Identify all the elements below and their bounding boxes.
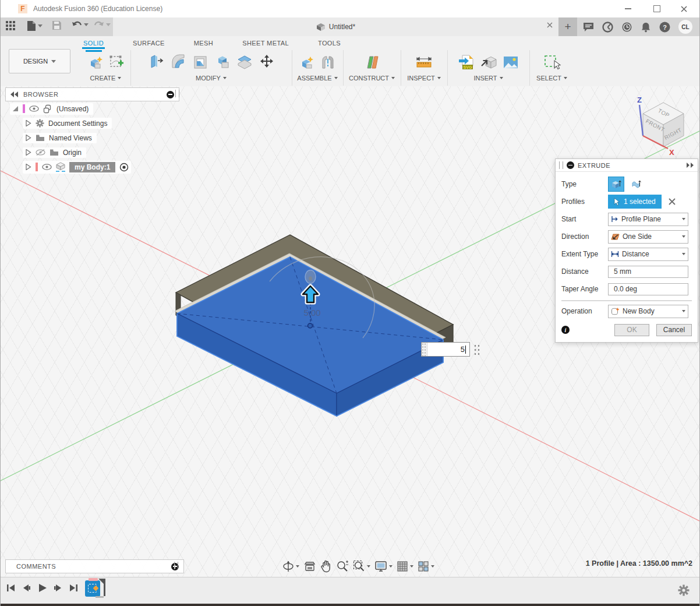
tab-solid[interactable]: SOLID <box>82 37 105 49</box>
expand-collapse-icon[interactable] <box>12 105 19 112</box>
extensions-icon[interactable] <box>602 22 613 33</box>
design-workspace-selector[interactable]: DESIGN <box>9 49 70 73</box>
visibility-eye-icon[interactable] <box>42 164 52 170</box>
group-insert-label[interactable]: INSERT <box>473 75 497 82</box>
step-forward-icon[interactable] <box>54 584 62 592</box>
tree-item-document-settings[interactable]: Document Settings <box>23 117 131 129</box>
display-settings-button[interactable] <box>374 561 393 573</box>
document-tab[interactable]: Untitled* <box>113 17 558 36</box>
extrude-type-thin-button[interactable] <box>628 177 644 192</box>
group-modify-label[interactable]: MODIFY <box>196 75 221 82</box>
info-icon[interactable]: i <box>561 326 570 334</box>
browser-collapse-circle-icon[interactable] <box>167 91 174 98</box>
value-scrubber[interactable] <box>422 343 427 356</box>
play-icon[interactable] <box>38 583 47 593</box>
grid-caret[interactable] <box>410 565 413 568</box>
dock-arrows-icon[interactable] <box>687 163 694 168</box>
grid-snap-button[interactable] <box>397 561 413 573</box>
move-copy-icon[interactable] <box>258 54 275 71</box>
collapse-browser-icon[interactable] <box>10 91 19 97</box>
new-component-icon[interactable] <box>87 54 104 71</box>
timeline-settings-gear-icon[interactable] <box>677 584 690 597</box>
redo-button[interactable] <box>94 20 111 29</box>
fit-button[interactable] <box>353 560 370 573</box>
tree-item-label[interactable]: Named Views <box>49 134 92 142</box>
save-button[interactable] <box>52 20 62 30</box>
assemble-new-component-icon[interactable] <box>299 54 316 71</box>
maximize-button[interactable] <box>648 3 666 14</box>
distance-input[interactable]: 5 mm <box>608 266 688 278</box>
expand-icon[interactable] <box>25 120 31 126</box>
tree-item-origin[interactable]: Origin <box>23 146 131 158</box>
tree-item-label[interactable]: (Unsaved) <box>56 105 89 113</box>
undo-button[interactable] <box>72 20 89 29</box>
go-to-end-icon[interactable] <box>69 584 78 592</box>
taper-input[interactable]: 0.0 deg <box>608 283 688 295</box>
display-caret[interactable] <box>389 565 393 568</box>
tab-mesh[interactable]: MESH <box>193 37 214 49</box>
joint-icon[interactable] <box>320 54 335 71</box>
group-assemble-label[interactable]: ASSEMBLE <box>297 75 331 82</box>
minimize-button[interactable] <box>619 3 637 14</box>
comments-icon[interactable] <box>583 22 594 32</box>
activate-target-icon[interactable] <box>119 163 129 172</box>
go-to-start-icon[interactable] <box>6 584 15 592</box>
input-drag-handle-icon[interactable] <box>473 343 480 355</box>
look-at-button[interactable] <box>303 561 316 572</box>
comments-resize-grip[interactable] <box>174 562 178 569</box>
new-tab-button[interactable]: + <box>558 17 577 36</box>
browser-resize-grip[interactable] <box>175 90 179 97</box>
fillet-icon[interactable] <box>169 54 187 71</box>
group-inspect-label[interactable]: INSPECT <box>407 75 435 82</box>
fit-caret[interactable] <box>367 565 370 568</box>
cancel-button[interactable]: Cancel <box>656 324 692 336</box>
visibility-eye-icon[interactable] <box>29 105 39 112</box>
tree-item-label[interactable]: Document Settings <box>48 119 107 128</box>
insert-svg-icon[interactable]: SVG <box>458 54 475 71</box>
expand-icon[interactable] <box>25 164 31 170</box>
tree-item-label[interactable]: my Body:1 <box>69 162 115 172</box>
extrude-dialog-header[interactable]: EXTRUDE <box>556 159 698 172</box>
tree-item-root[interactable]: (Unsaved) <box>10 103 131 115</box>
timeline-position-marker[interactable] <box>98 579 105 600</box>
user-avatar[interactable]: CL <box>678 20 692 34</box>
extrude-type-solid-button[interactable] <box>608 177 624 192</box>
select-icon[interactable] <box>543 54 561 71</box>
close-button[interactable] <box>675 3 692 14</box>
offset-face-icon[interactable] <box>236 54 253 71</box>
group-construct-label[interactable]: CONSTRUCT <box>349 75 389 82</box>
shell-icon[interactable] <box>192 54 209 71</box>
combine-icon[interactable] <box>214 54 231 71</box>
viewports-caret[interactable] <box>431 565 434 568</box>
distance-inline-value[interactable]: 5 <box>461 345 465 354</box>
direction-select[interactable]: One Side <box>608 230 688 244</box>
pan-button[interactable] <box>320 561 332 573</box>
view-cube[interactable]: TOP FRONT RIGHT Z X <box>637 96 684 157</box>
file-menu-button[interactable] <box>27 20 43 31</box>
distance-inline-input[interactable]: 5 <box>421 342 470 357</box>
measure-icon[interactable] <box>415 54 433 71</box>
group-select-label[interactable]: SELECT <box>536 75 561 82</box>
clear-selection-icon[interactable] <box>669 198 676 205</box>
start-select[interactable]: Profile Plane <box>608 213 688 226</box>
extent-select[interactable]: Distance <box>608 248 688 261</box>
create-sketch-icon[interactable] <box>108 54 125 71</box>
viewport[interactable]: 5.00 TOP FRONT RIGHT Z X BROWSER <box>1 86 700 577</box>
zoom-button[interactable] <box>336 560 349 573</box>
orbit-button[interactable] <box>282 560 299 573</box>
tree-item-label[interactable]: Origin <box>63 149 82 157</box>
expand-icon[interactable] <box>25 135 31 141</box>
expand-icon[interactable] <box>25 149 31 156</box>
press-pull-icon[interactable] <box>147 54 165 71</box>
dialog-collapse-icon[interactable] <box>567 161 574 169</box>
tab-sheet-metal[interactable]: SHEET METAL <box>241 37 290 49</box>
app-grid-button[interactable] <box>5 20 16 31</box>
visibility-off-eye-icon[interactable] <box>36 149 45 156</box>
dialog-grip[interactable] <box>559 161 563 169</box>
orbit-caret[interactable] <box>296 565 299 568</box>
help-icon[interactable]: ? <box>659 22 670 33</box>
notifications-bell-icon[interactable] <box>641 22 651 33</box>
viewports-button[interactable] <box>418 561 434 573</box>
tab-close-button[interactable] <box>547 22 553 28</box>
canvas-image-icon[interactable] <box>502 54 519 71</box>
